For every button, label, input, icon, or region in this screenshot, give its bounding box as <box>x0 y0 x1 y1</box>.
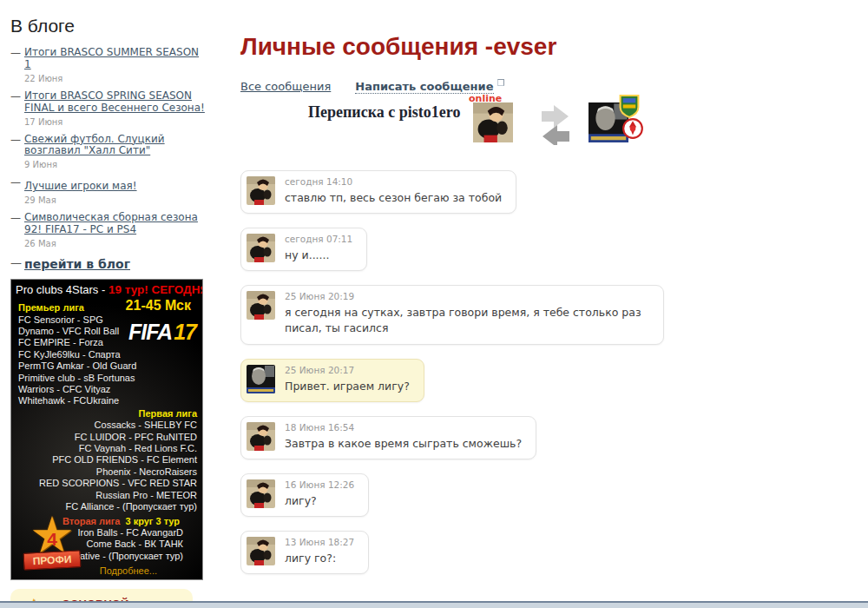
message-row: 18 Июня 16:54 Завтра в какое время сыгра… <box>240 416 864 459</box>
match-line: FC KyJle69lku - Спарта <box>18 349 202 360</box>
message-timestamp: сегодня 07:11 <box>285 234 352 244</box>
blog-post-date: 9 Июня <box>24 160 205 169</box>
banner-kickoff-time: 21-45 Мск <box>126 298 191 314</box>
banner-mode-label: Режим PRO - FIFA17 PC.Pro <box>11 578 202 580</box>
messages-nav: Все сообщенияНаписать сообщение <box>240 80 864 96</box>
blog-post-item: Итоги BRASCO SPRING SEASON FINAL и всего… <box>10 90 205 127</box>
conversation-header: Переписка с pisto1ero online <box>240 97 864 158</box>
first-league-name: Первая лига <box>11 408 197 420</box>
blog-post-link[interactable]: Символическая сборная сезона 92! FIFA17 … <box>24 212 205 236</box>
message-timestamp: сегодня 14:10 <box>285 176 502 187</box>
blog-post-date: 17 Июня <box>24 117 205 127</box>
window-bottom-edge <box>0 601 868 608</box>
blog-post-item: Символическая сборная сезона 92! FIFA17 … <box>10 212 205 248</box>
blog-post-link[interactable]: Свежий футбол. Слуцкий возглавил "Халл С… <box>24 134 205 158</box>
match-line: Russian Pro - METEOR <box>11 490 197 501</box>
blog-post-item: Лучшие игроки мая! 29 Мая <box>10 176 205 205</box>
second-league-round: 3 круг 3 тур <box>125 516 180 526</box>
message-bubble: сегодня 14:10 ставлю тп, весь сезон бега… <box>240 170 516 214</box>
message-timestamp: 18 Июня 16:54 <box>285 422 522 433</box>
blog-section-title: В блоге <box>10 16 205 36</box>
avatar-pisto1ero <box>247 537 275 565</box>
blog-post-link[interactable]: Итоги BRASCO SUMMER SEASON 1 <box>24 47 205 71</box>
blog-post-link[interactable]: Итоги BRASCO SPRING SEASON FINAL и всего… <box>24 90 205 115</box>
message-bubble: 18 Июня 16:54 Завтра в какое время сыгра… <box>240 416 536 459</box>
message-timestamp: 13 Июня 18:27 <box>285 537 354 547</box>
first-league-block: Первая лига Cossacks - SHELBY FCFC LUIDO… <box>11 408 202 513</box>
club-crest-round-icon <box>622 117 643 143</box>
avatar-pisto1ero <box>247 234 275 262</box>
message-row: сегодня 07:11 ну и...... <box>240 228 864 271</box>
match-line: Phoenix - NecroRaisers <box>11 466 197 478</box>
first-league-matches: Cossacks - SHELBY FCFC LUIDOR - PFC RuNI… <box>11 420 197 512</box>
blog-post-link[interactable]: Лучшие игроки мая! <box>24 181 137 193</box>
write-message-link[interactable]: Написать сообщение <box>355 80 493 94</box>
message-row: 13 Июня 18:27 лигу го?: <box>240 531 864 574</box>
message-timestamp: 25 Июня 20:19 <box>285 291 649 301</box>
blog-post-date: 29 Мая <box>24 195 205 205</box>
message-timestamp: 25 Июня 20:17 <box>285 365 410 375</box>
banner-title: Pro clubs 4Stars - 19 тур! СЕГОДНЯ! <box>11 280 202 297</box>
match-line: Primitive club - sB Fortunas <box>18 373 202 384</box>
message-row: 16 Июня 12:26 лигу? <box>240 473 864 517</box>
message-bubble: 16 Июня 12:26 лигу? <box>240 473 369 517</box>
pisto1ero-avatar-image <box>473 102 513 142</box>
message-text: ставлю тп, весь сезон бегаю за тобой <box>285 190 502 206</box>
exchange-arrows-icon <box>533 103 578 149</box>
banner-title-highlight: 19 тур! СЕГОДНЯ! <box>108 283 203 296</box>
blog-post-item: Свежий футбол. Слуцкий возглавил "Халл С… <box>10 134 205 170</box>
fifa-logo-number: 17 <box>174 320 196 344</box>
blog-post-list: Итоги BRASCO SUMMER SEASON 1 22 Июня Ито… <box>10 47 205 248</box>
conversation-title: Переписка с pisto1ero <box>308 103 460 122</box>
page-title: Личные сообщения -evser <box>240 33 864 61</box>
message-bubble: 13 Июня 18:27 лигу го?: <box>240 531 369 574</box>
match-line: PFC OLD FRIENDS - FC Element <box>11 454 197 466</box>
message-bubble: сегодня 07:11 ну и...... <box>240 228 367 271</box>
avatar-evser[interactable] <box>589 102 654 148</box>
avatar-evser <box>247 365 275 393</box>
blog-post-date: 26 Мая <box>24 239 205 248</box>
message-row: 25 Июня 20:19 я сегодня на сутках, завтр… <box>240 285 864 344</box>
avatar-pisto1ero <box>247 422 275 451</box>
message-text: ну и...... <box>285 248 352 263</box>
star-badge-label: ПРОФИ <box>23 550 82 570</box>
star-badge-number: 4 <box>47 529 57 550</box>
match-line: Whitehawk - FCUkraine <box>18 395 202 406</box>
match-line: FC Vaynah - Red Lions F.C. <box>11 443 197 454</box>
fifa17-logo: FIFA17 <box>128 320 196 345</box>
avatar-pisto1ero <box>247 291 275 320</box>
message-text: Привет. играем лигу? <box>285 379 410 394</box>
avatar-pisto1ero <box>247 479 275 508</box>
main-content: Личные сообщения -evser Все сообщенияНап… <box>240 33 864 588</box>
message-bubble: 25 Июня 20:17 Привет. играем лигу? <box>240 359 424 402</box>
message-bubble: 25 Июня 20:19 я сегодня на сутках, завтр… <box>240 285 664 344</box>
message-row: сегодня 14:10 ставлю тп, весь сезон бега… <box>240 170 864 214</box>
goto-blog-item: перейти в блог <box>10 255 205 272</box>
match-line: RED SCORPIONS - VFC RED STAR <box>11 478 197 489</box>
message-text: я сегодня на сутках, завтра говори время… <box>285 305 649 336</box>
message-text: лигу? <box>285 493 354 509</box>
external-link-icon[interactable] <box>497 79 504 86</box>
sidebar: В блоге Итоги BRASCO SUMMER SEASON 1 22 … <box>10 16 205 608</box>
message-list: сегодня 14:10 ставлю тп, весь сезон бега… <box>240 170 864 574</box>
banner-title-prefix: Pro clubs 4Stars - <box>16 283 108 296</box>
message-timestamp: 16 Июня 12:26 <box>285 479 354 490</box>
match-line: PermTG Amkar - Old Guard <box>18 360 202 372</box>
all-messages-link[interactable]: Все сообщения <box>240 80 331 93</box>
message-text: Завтра в какое время сыграть сможешь? <box>285 436 522 452</box>
message-row: 25 Июня 20:17 Привет. играем лигу? <box>240 359 864 402</box>
goto-blog-link[interactable]: перейти в блог <box>24 257 130 271</box>
match-line: Warriors - CFC Vityaz <box>18 384 202 395</box>
avatar-pisto1ero[interactable] <box>473 102 513 142</box>
fifa-logo-text: FIFA <box>128 320 172 344</box>
tournament-banner[interactable]: Pro clubs 4Stars - 19 тур! СЕГОДНЯ! 21-4… <box>10 279 203 580</box>
4stars-profi-badge: ★ 4 ПРОФИ <box>18 511 86 569</box>
match-line: FC LUIDOR - PFC RuNITED <box>11 432 197 443</box>
match-line: Cossacks - SHELBY FC <box>11 420 197 431</box>
blog-post-date: 22 Июня <box>24 74 205 83</box>
message-text: лигу го?: <box>285 551 354 566</box>
avatar-pisto1ero <box>247 176 275 205</box>
blog-post-item: Итоги BRASCO SUMMER SEASON 1 22 Июня <box>10 47 205 83</box>
